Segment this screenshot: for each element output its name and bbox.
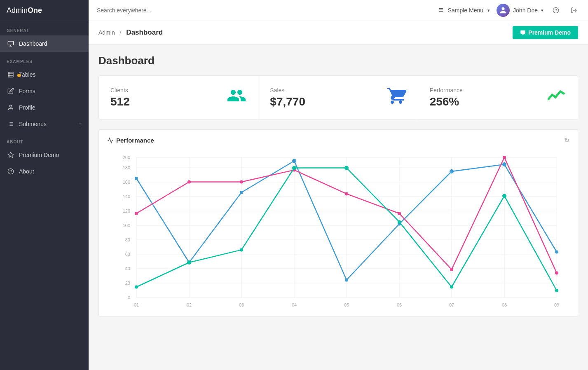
user-chevron-icon: ▾ (541, 8, 543, 13)
svg-rect-23 (520, 30, 525, 34)
x-axis: 01 02 03 04 05 06 07 (134, 157, 559, 307)
green-dot-8 (502, 194, 506, 198)
logo-one-text: One (28, 6, 42, 15)
svg-rect-0 (8, 41, 13, 45)
performance-chart: 0 20 40 60 80 100 120 (107, 149, 569, 310)
section-label-general: GENERAL (0, 21, 89, 35)
svg-text:20: 20 (125, 281, 130, 286)
y-axis: 0 20 40 60 80 100 120 (123, 155, 557, 300)
star-icon (7, 151, 15, 159)
refresh-button[interactable]: ↻ (564, 136, 569, 144)
clients-icon (227, 86, 246, 109)
chart-title-icon (107, 137, 114, 144)
svg-text:0: 0 (128, 295, 130, 300)
avatar (497, 4, 510, 17)
svg-text:40: 40 (125, 266, 130, 271)
svg-text:200: 200 (123, 155, 130, 160)
pink-dot-2 (187, 180, 191, 184)
blue-dot-9 (555, 251, 558, 254)
svg-text:04: 04 (292, 302, 297, 307)
sidebar-item-submenus[interactable]: Submenus + (0, 116, 89, 132)
sample-menu-button[interactable]: Sample Menu ▾ (438, 7, 490, 14)
user-circle-icon (7, 103, 15, 112)
sidebar: Admin One GENERAL Dashboard EXAMPLES Tab… (0, 0, 89, 370)
green-dot-3 (240, 248, 243, 251)
logout-button[interactable] (568, 5, 580, 16)
blue-dot-4 (292, 159, 296, 163)
performance-label: Performance (430, 87, 463, 94)
user-menu-button[interactable]: John Doe ▾ (497, 4, 543, 17)
sidebar-item-profile[interactable]: Profile (0, 99, 89, 116)
section-label-examples: EXAMPLES (0, 52, 89, 66)
search-input[interactable] (97, 7, 438, 14)
premium-demo-btn-label: Premium Demo (528, 29, 571, 36)
stat-card-sales: Sales $7,770 (258, 76, 418, 119)
monitor-icon (7, 40, 15, 48)
stat-card-performance: Performance 256% (418, 76, 578, 119)
sales-label: Sales (270, 87, 305, 94)
breadcrumb-current: Dashboard (126, 28, 163, 36)
svg-text:80: 80 (125, 237, 130, 242)
dashboard-body: Dashboard Clients 512 Sales (89, 44, 588, 327)
menu-chevron-icon: ▾ (487, 8, 490, 13)
green-dot-5 (344, 166, 349, 170)
svg-text:01: 01 (134, 302, 139, 307)
chart-title-text: Performance (116, 137, 154, 144)
stat-info-clients: Clients 512 (110, 87, 130, 108)
svg-point-7 (9, 105, 12, 107)
hamburger-icon (438, 7, 444, 14)
svg-text:160: 160 (123, 180, 130, 185)
stat-info-performance: Performance 256% (430, 87, 463, 108)
page-title: Dashboard (98, 54, 578, 67)
sidebar-logo: Admin One (0, 0, 89, 21)
svg-text:100: 100 (123, 223, 130, 228)
chart-card: Performance ↻ 0 20 40 (98, 129, 578, 317)
performance-icon (546, 86, 566, 109)
svg-rect-3 (8, 72, 13, 77)
svg-text:07: 07 (449, 302, 454, 307)
green-dot-9 (555, 289, 558, 292)
svg-text:03: 03 (239, 302, 244, 307)
sales-icon (387, 86, 406, 109)
table-icon (7, 70, 15, 79)
stat-cards: Clients 512 Sales $7,770 (98, 75, 578, 119)
sidebar-item-about[interactable]: About (0, 163, 89, 180)
logo-admin-text: Admin (7, 6, 28, 15)
svg-text:180: 180 (123, 165, 130, 170)
svg-text:09: 09 (554, 302, 559, 307)
blue-dot-7 (450, 169, 454, 173)
svg-text:05: 05 (344, 302, 349, 307)
breadcrumb-parent: Admin (98, 29, 115, 36)
help-button[interactable] (550, 5, 562, 16)
about-label: About (19, 168, 82, 175)
blue-dot-5 (345, 279, 348, 282)
profile-label: Profile (19, 104, 82, 111)
edit-icon (7, 87, 15, 95)
section-label-about: ABOUT (0, 132, 89, 147)
forms-label: Forms (19, 88, 82, 94)
sample-menu-label: Sample Menu (448, 7, 483, 14)
blue-dot-8 (502, 162, 506, 166)
svg-text:02: 02 (187, 302, 192, 307)
sidebar-item-forms[interactable]: Forms (0, 83, 89, 99)
green-dot-6 (398, 220, 401, 223)
help-circle-icon (7, 167, 15, 176)
tables-label: Tables (19, 71, 82, 78)
user-name-label: John Doe (513, 7, 538, 14)
green-dot-7 (450, 286, 453, 289)
sales-value: $7,770 (270, 95, 305, 108)
pink-dot-7 (450, 268, 453, 271)
pink-dot-6 (398, 212, 401, 215)
sidebar-item-tables[interactable]: Tables (0, 66, 89, 83)
blue-dot-3 (240, 191, 243, 194)
sidebar-item-dashboard[interactable]: Dashboard (0, 35, 89, 52)
premium-demo-button[interactable]: Premium Demo (513, 26, 578, 39)
submenus-plus-icon: + (78, 120, 82, 128)
clients-label: Clients (110, 87, 130, 94)
sidebar-item-premium-demo[interactable]: Premium Demo (0, 147, 89, 163)
chart-title: Performance (107, 137, 154, 144)
clients-value: 512 (110, 95, 130, 108)
breadcrumb-bar: Admin / Dashboard Premium Demo (89, 21, 588, 44)
chart-header: Performance ↻ (107, 136, 569, 144)
topbar-right: Sample Menu ▾ John Doe ▾ (438, 4, 580, 17)
